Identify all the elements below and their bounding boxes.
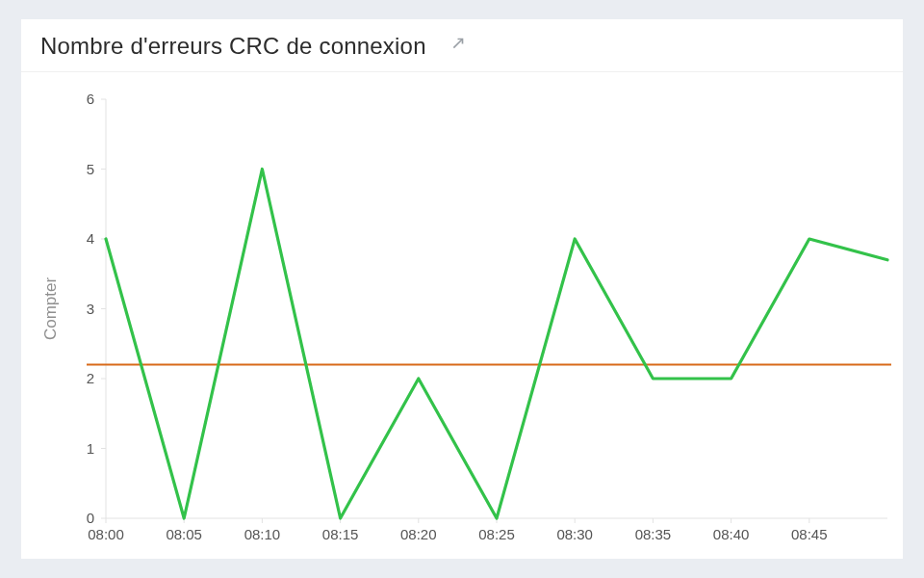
x-tick-label: 08:25	[478, 526, 515, 542]
y-tick-label: 6	[87, 91, 94, 107]
y-tick-label: 1	[87, 440, 94, 457]
x-tick-label: 08:40	[713, 526, 750, 542]
y-tick-label: 4	[87, 230, 94, 247]
line-chart: 012345608:0008:0508:1008:1508:2008:2508:…	[31, 90, 893, 551]
y-tick-label: 0	[87, 510, 94, 526]
y-tick-label: 2	[87, 370, 94, 386]
panel-title: Nombre d'erreurs CRC de connexion	[40, 33, 426, 60]
x-tick-label: 08:00	[88, 526, 124, 542]
y-tick-label: 5	[87, 161, 94, 177]
chart-panel: Nombre d'erreurs CRC de connexion 012345…	[21, 19, 903, 559]
x-tick-label: 08:45	[791, 526, 828, 542]
open-in-new-icon[interactable]	[446, 37, 465, 56]
x-tick-label: 08:05	[166, 526, 202, 542]
x-tick-label: 08:35	[635, 526, 672, 542]
x-tick-label: 08:10	[244, 526, 281, 542]
y-tick-label: 3	[87, 301, 94, 317]
x-tick-label: 08:20	[400, 526, 437, 542]
x-tick-label: 08:15	[322, 526, 359, 542]
series-line	[106, 170, 887, 519]
x-tick-label: 08:30	[556, 526, 593, 542]
panel-header: Nombre d'erreurs CRC de connexion	[21, 19, 903, 72]
y-axis-title: Compter	[41, 277, 60, 341]
chart-area: 012345608:0008:0508:1008:1508:2008:2508:…	[21, 72, 903, 559]
